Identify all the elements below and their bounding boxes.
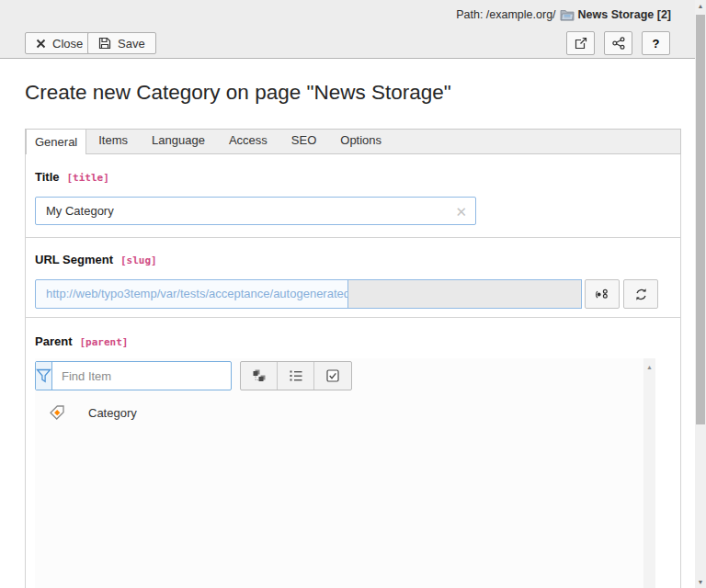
- slug-toggle-button[interactable]: [585, 279, 620, 309]
- help-button[interactable]: ?: [642, 31, 670, 55]
- title-input-wrap: ✕: [35, 197, 476, 225]
- tree-item-label: Category: [88, 406, 137, 420]
- scroll-up-icon[interactable]: ▲: [695, 3, 706, 9]
- close-button-label: Close: [52, 37, 83, 51]
- slug-link-icon: [595, 287, 609, 301]
- tree-collapse-all-button[interactable]: [278, 362, 314, 390]
- save-button[interactable]: Save: [87, 32, 156, 54]
- tree-expand-all-button[interactable]: [241, 362, 278, 390]
- section-divider: [26, 317, 680, 318]
- refresh-icon: [634, 288, 648, 301]
- slug-input[interactable]: [347, 279, 582, 309]
- list-icon: [289, 368, 303, 383]
- tree-scrollbar[interactable]: ▲: [643, 358, 655, 588]
- tab-general[interactable]: General: [26, 129, 86, 154]
- slug-recalculate-button[interactable]: [623, 279, 658, 309]
- form-tabs: General Items Language Access SEO Option…: [25, 129, 681, 154]
- folder-icon: [560, 9, 575, 21]
- tab-seo[interactable]: SEO: [279, 129, 328, 153]
- tree-toggle-selection-button[interactable]: [314, 362, 351, 390]
- tab-options[interactable]: Options: [328, 129, 393, 153]
- tree-filter-input[interactable]: [52, 362, 233, 390]
- tree-toolbar: [240, 361, 352, 390]
- help-label: ?: [653, 37, 660, 51]
- title-field-label: Title[title]: [35, 170, 109, 184]
- tree-item-category[interactable]: Category: [35, 401, 137, 424]
- section-divider: [26, 237, 680, 238]
- open-new-window-icon: [575, 37, 587, 50]
- title-field-tag: [title]: [67, 172, 109, 184]
- main-scrollbar[interactable]: ▲ ▼: [695, 0, 706, 588]
- title-input[interactable]: [36, 198, 475, 224]
- slug-field-label: URL Segment[slug]: [35, 253, 157, 266]
- checkbox-icon: [325, 368, 340, 383]
- scroll-up-icon[interactable]: ▲: [643, 358, 655, 370]
- save-button-label: Save: [118, 37, 145, 51]
- filter-addon: [36, 362, 52, 390]
- breadcrumb-record: News Storage [2]: [578, 8, 671, 21]
- slug-input-group: http://web/typo3temp/var/tests/acceptanc…: [35, 279, 582, 309]
- save-icon: [98, 37, 111, 50]
- form-panel: Title[title] ✕ URL Segment[slug] http://…: [25, 154, 681, 588]
- tree-structure-icon: [252, 368, 267, 383]
- tab-access[interactable]: Access: [217, 129, 279, 153]
- parent-field-label: Parent[parent]: [35, 334, 128, 348]
- page-title: Create new Category on page "News Storag…: [25, 81, 451, 105]
- share-button[interactable]: [604, 31, 632, 55]
- scroll-down-icon[interactable]: ▼: [695, 579, 706, 585]
- scrollbar-thumb[interactable]: [696, 15, 705, 424]
- close-button[interactable]: Close: [25, 32, 94, 54]
- tree-filter-group: [35, 361, 232, 390]
- tab-language[interactable]: Language: [140, 129, 217, 153]
- share-icon: [612, 37, 625, 50]
- clear-icon[interactable]: ✕: [455, 204, 467, 218]
- parent-field-tag: [parent]: [79, 336, 128, 348]
- category-tree-panel: Category ▲: [35, 358, 655, 588]
- breadcrumb-path: Path: /example.org/: [456, 8, 555, 21]
- open-new-window-button[interactable]: [566, 31, 595, 55]
- close-icon: [36, 39, 46, 49]
- docheader: Path: /example.org/ News Storage [2] Clo…: [0, 0, 695, 59]
- tab-items[interactable]: Items: [86, 129, 140, 153]
- breadcrumb: Path: /example.org/ News Storage [2]: [456, 8, 671, 21]
- tag-icon: [49, 404, 65, 421]
- filter-icon: [36, 368, 51, 383]
- slug-prefix: http://web/typo3temp/var/tests/acceptanc…: [35, 279, 348, 309]
- slug-field-tag: [slug]: [120, 254, 157, 266]
